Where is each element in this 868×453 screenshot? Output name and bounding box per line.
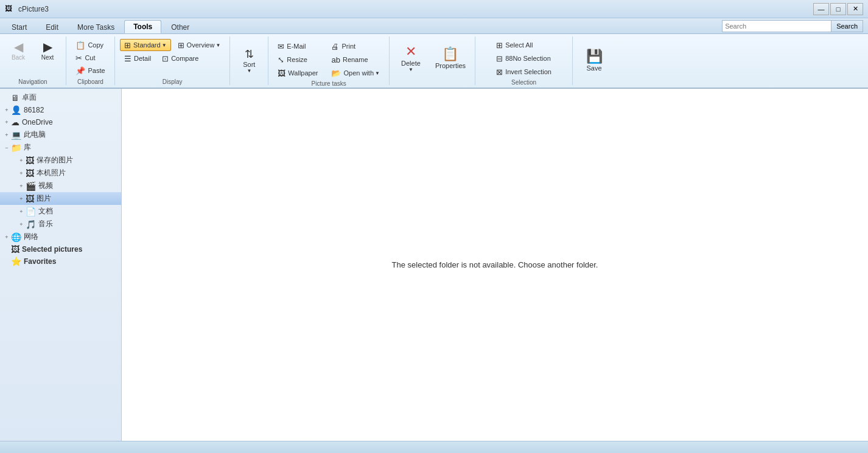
video-expand[interactable]: + (17, 182, 26, 190)
rename-button[interactable]: ab Rename (327, 54, 383, 66)
desktop-label: 卓面 (22, 92, 37, 103)
title-bar: 🖼 cPicture3 — □ ✕ (0, 0, 868, 18)
next-icon: ▶ (43, 40, 52, 54)
saved-pics-expand[interactable]: + (17, 156, 26, 165)
cut-button[interactable]: ✂ Cut (71, 52, 99, 64)
no-selection-icon: ⊟ (496, 54, 503, 63)
saved-pics-icon: 🖼 (26, 156, 34, 165)
copy-button[interactable]: 📋 Copy (71, 39, 108, 51)
compare-button[interactable]: ⊡ Compare (158, 52, 203, 64)
sidebar-item-library[interactable]: − 📁 库 (0, 141, 121, 154)
sidebar-item-86182[interactable]: + 👤 86182 (0, 104, 121, 116)
delete-dropdown: ▼ (408, 67, 413, 72)
minimize-button[interactable]: — (813, 3, 829, 15)
paste-icon: 📌 (75, 66, 85, 75)
delete-button[interactable]: ✕ Delete ▼ (394, 39, 427, 77)
properties-button[interactable]: 📋 Properties (431, 39, 470, 77)
86182-icon: 👤 (11, 105, 21, 115)
sort-label: Sort (243, 61, 255, 68)
resize-button[interactable]: ⤡ Resize (273, 54, 322, 66)
overview-button[interactable]: ⊞ Overview ▼ (173, 39, 225, 51)
print-label: Print (341, 43, 355, 50)
email-icon: ✉ (278, 42, 284, 51)
paste-button[interactable]: 📌 Paste (71, 64, 109, 77)
no-selection-button[interactable]: ⊟ 88 No Selection (492, 52, 555, 64)
sort-button[interactable]: ⇅ Sort ▼ (235, 41, 263, 79)
next-label: Next (41, 54, 54, 61)
display-group-label: Display (120, 77, 225, 85)
thispc-icon: 💻 (11, 130, 21, 140)
sort-group: ⇅ Sort ▼ (230, 36, 268, 85)
pictures-expand[interactable]: + (17, 195, 26, 203)
sidebar-item-network[interactable]: + 🌐 网络 (0, 230, 121, 243)
back-icon: ◀ (14, 40, 23, 54)
rename-label: Rename (343, 56, 368, 63)
docs-label: 文档 (38, 206, 53, 216)
close-button[interactable]: ✕ (847, 3, 863, 15)
ribbon-tabs: Start Edit More Tasks Tools Other Search (0, 18, 868, 34)
tab-start[interactable]: Start (2, 20, 36, 33)
favorites-icon: ⭐ (11, 257, 21, 266)
tab-edit[interactable]: Edit (37, 20, 68, 33)
search-button[interactable]: Search (831, 20, 863, 32)
back-button[interactable]: ◀ Back (5, 36, 32, 63)
sidebar-item-selected-pictures[interactable]: 🖼 Selected pictures (0, 243, 121, 255)
compare-icon: ⊡ (162, 54, 169, 63)
tab-other[interactable]: Other (162, 20, 198, 33)
library-icon: 📁 (11, 143, 21, 153)
86182-expand[interactable]: + (2, 106, 11, 114)
search-area: Search (722, 20, 863, 32)
print-button[interactable]: 🖨 Print (327, 40, 383, 52)
properties-label: Properties (435, 62, 466, 69)
sidebar-item-favorites[interactable]: ⭐ Favorites (0, 255, 121, 268)
clipboard-group-label: Clipboard (71, 77, 110, 85)
resize-icon: ⤡ (278, 55, 284, 64)
sidebar-item-docs[interactable]: + 📄 文档 (0, 205, 121, 218)
sidebar-item-saved-pics[interactable]: + 🖼 保存的图片 (0, 154, 121, 167)
sidebar-item-thispc[interactable]: + 💻 此电脑 (0, 128, 121, 141)
music-expand[interactable]: + (17, 220, 26, 229)
wallpaper-button[interactable]: 🖼 Wallpaper (273, 67, 322, 79)
wallpaper-label: Wallpaper (288, 69, 318, 77)
select-all-label: Select All (505, 41, 533, 49)
thispc-expand[interactable]: + (2, 131, 11, 139)
sidebar-item-local-photos[interactable]: + 🖼 本机照片 (0, 167, 121, 179)
search-input[interactable] (722, 20, 831, 32)
cut-label: Cut (85, 54, 95, 61)
pictures-icon: 🖼 (26, 194, 34, 204)
music-label: 音乐 (38, 219, 53, 229)
standard-button[interactable]: ⊞ Standard ▼ (120, 39, 171, 51)
sidebar-item-desktop[interactable]: 🖥 卓面 (0, 91, 121, 104)
open-with-button[interactable]: 📂 Open with ▼ (327, 67, 383, 79)
tab-tools[interactable]: Tools (124, 20, 161, 33)
86182-label: 86182 (24, 106, 44, 114)
video-label: 视频 (38, 181, 53, 191)
detail-button[interactable]: ☰ Detail (120, 52, 155, 64)
content-area: The selected folder is not available. Ch… (122, 89, 868, 441)
sidebar-item-music[interactable]: + 🎵 音乐 (0, 218, 121, 230)
overview-label: Overview (187, 41, 215, 49)
sidebar-item-pictures[interactable]: + 🖼 图片 (0, 192, 121, 205)
library-expand[interactable]: − (2, 144, 11, 152)
sort-icon: ⇅ (245, 47, 254, 61)
rename-icon: ab (331, 55, 340, 64)
delete-label: Delete (401, 60, 421, 67)
sidebar-item-video[interactable]: + 🎬 视频 (0, 179, 121, 192)
next-button[interactable]: ▶ Next (34, 36, 61, 63)
onedrive-expand[interactable]: + (2, 118, 11, 126)
maximize-button[interactable]: □ (830, 3, 846, 15)
docs-expand[interactable]: + (17, 207, 26, 216)
network-expand[interactable]: + (2, 233, 11, 241)
invert-selection-button[interactable]: ⊠ Invert Selection (492, 66, 556, 78)
sidebar-item-onedrive[interactable]: + ☁ OneDrive (0, 116, 121, 128)
select-all-icon: ⊞ (496, 41, 503, 50)
email-label: E-Mail (287, 43, 306, 50)
select-all-button[interactable]: ⊞ Select All (492, 39, 537, 51)
save-button[interactable]: 💾 Save (578, 41, 611, 79)
email-button[interactable]: ✉ E-Mail (273, 40, 322, 52)
clipboard-group: 📋 Copy ✂ Cut 📌 Paste Clipboard (66, 36, 115, 85)
local-photos-expand[interactable]: + (17, 169, 26, 178)
tab-more-tasks[interactable]: More Tasks (68, 20, 124, 33)
delete-props-group-label (394, 84, 470, 85)
selected-pictures-expand (2, 245, 11, 254)
